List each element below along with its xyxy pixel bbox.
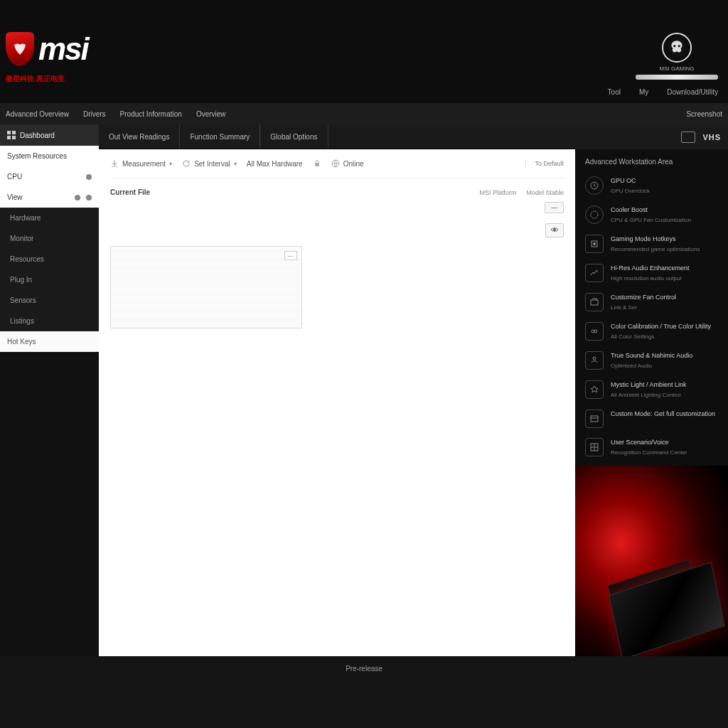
sidebar-item-cpu[interactable]: CPU	[0, 166, 99, 187]
feature-text: Mystic Light / Ambient LinkAll Ambient L…	[611, 380, 687, 400]
svg-rect-6	[315, 163, 319, 166]
svg-point-12	[593, 242, 596, 245]
svg-rect-13	[591, 300, 598, 305]
sidebar-item[interactable]: Plug In	[0, 269, 99, 290]
workspace-toolbar: Measurement▾ Set Interval▾ All Max Hardw…	[110, 156, 564, 178]
tab-summary[interactable]: Function Summary	[180, 124, 260, 149]
sidebar-label: System Resources	[7, 152, 67, 160]
sidebar-item-view[interactable]: View	[0, 187, 99, 208]
badge-label: MSI GAMING	[636, 65, 718, 72]
sidebar-item[interactable]: Resources	[0, 249, 99, 269]
svg-rect-2	[7, 131, 11, 134]
sidebar-item[interactable]: Sensors	[0, 290, 99, 311]
feature-text: True Sound & Nahimic AudioOptimized Audi…	[611, 351, 692, 370]
header-badge: MSI GAMING	[636, 33, 718, 81]
eye-button[interactable]	[545, 223, 564, 237]
chevron-down-icon: ▾	[169, 161, 172, 167]
tool-lock[interactable]	[313, 159, 321, 168]
svg-rect-4	[7, 136, 11, 139]
sidebar-item[interactable]: Listings	[0, 311, 99, 331]
topnav-item[interactable]: Product Information	[120, 110, 182, 118]
section-meta: Model Stable	[526, 189, 564, 196]
sidebar-label: CPU	[7, 173, 22, 181]
right-panel-head: VHS	[575, 124, 728, 149]
tool-measurement[interactable]: Measurement▾	[110, 159, 172, 168]
feature-item[interactable]: Mystic Light / Ambient LinkAll Ambient L…	[575, 375, 728, 405]
brand-name: msi	[38, 33, 88, 65]
feature-item[interactable]: Color Calibration / True Color UtilityAl…	[575, 317, 728, 346]
sidebar-label: Sensors	[10, 296, 36, 304]
tool-default[interactable]: To Default	[525, 160, 564, 167]
lock-icon	[313, 159, 321, 168]
section-title: Current File	[110, 188, 150, 196]
feature-icon	[585, 293, 604, 311]
svg-point-0	[673, 45, 675, 47]
sidebar-label: Dashboard	[20, 132, 55, 139]
sidebar: Dashboard System Resources CPU View Hard…	[0, 124, 99, 656]
status-dot-icon	[75, 195, 80, 200]
svg-rect-16	[591, 416, 598, 422]
sidebar-item-hotkeys[interactable]: Hot Keys	[0, 331, 99, 352]
tool-label: Measurement	[122, 160, 166, 168]
sidebar-item-dashboard[interactable]: Dashboard	[0, 124, 99, 146]
topnav-screenshot[interactable]: Screenshot	[686, 110, 722, 118]
tool-label: Online	[343, 160, 364, 168]
content: Out View Readings Function Summary Globa…	[99, 124, 728, 656]
header-nav-item[interactable]: Download/Utility	[667, 88, 718, 96]
header-nav: Tool My Download/Utility	[608, 88, 718, 96]
panel-icon[interactable]	[681, 132, 695, 143]
feature-text: Customize Fan ControlLink & Set	[611, 293, 676, 312]
tool-interval[interactable]: Set Interval▾	[182, 159, 237, 168]
feature-icon	[585, 322, 604, 341]
tab-readings[interactable]: Out View Readings	[99, 124, 180, 149]
feature-icon	[585, 205, 604, 224]
topnav-item[interactable]: Overview	[196, 110, 226, 118]
sidebar-label: Resources	[10, 255, 44, 263]
control-row: —	[110, 202, 564, 218]
feature-text: GPU OCGPU Overclock	[611, 176, 650, 196]
svg-point-14	[592, 330, 594, 333]
sidebar-item-sysres[interactable]: System Resources	[0, 146, 99, 166]
sidebar-item[interactable]: Monitor	[0, 228, 99, 249]
feature-item[interactable]: GPU OCGPU Overclock	[575, 171, 728, 200]
feature-text: Cooler BoostCPU & GPU Fan Customization	[611, 205, 691, 225]
sidebar-item[interactable]: Hardware	[0, 208, 99, 228]
refresh-icon	[182, 159, 191, 168]
feature-item[interactable]: Customize Fan ControlLink & Set	[575, 288, 728, 317]
header-nav-item[interactable]: Tool	[608, 88, 621, 96]
mask-icon	[662, 33, 692, 63]
right-panel: VHS Advanced Workstation Area GPU OCGPU …	[575, 124, 728, 656]
download-icon	[110, 159, 119, 168]
feature-icon	[585, 264, 604, 282]
feature-item[interactable]: Gaming Mode HotkeysRecommended game opti…	[575, 230, 728, 259]
tool-label: Set Interval	[194, 160, 230, 168]
feature-item[interactable]: Hi-Res Audio EnhancementHigh resolution …	[575, 259, 728, 288]
svg-point-10	[591, 211, 598, 218]
tab-options[interactable]: Global Options	[260, 124, 328, 149]
sidebar-label: Monitor	[10, 235, 33, 242]
features-list: GPU OCGPU OverclockCooler BoostCPU & GPU…	[575, 171, 728, 461]
status-dot-icon	[86, 174, 92, 180]
logo-row: msi	[0, 0, 728, 71]
header-scroll-indicator	[636, 75, 718, 80]
tool-allmax[interactable]: All Max Hardware	[247, 160, 303, 168]
feature-item[interactable]: User Scenario/VoiceRecognition Command C…	[575, 433, 728, 462]
status-dot-icon	[86, 195, 92, 200]
features-title: Advanced Workstation Area	[575, 149, 728, 171]
grid-icon	[7, 131, 16, 139]
svg-point-8	[554, 229, 556, 231]
header-nav-item[interactable]: My	[639, 88, 648, 96]
tool-online[interactable]: Online	[331, 159, 364, 168]
feature-item[interactable]: Cooler BoostCPU & GPU Fan Customization	[575, 200, 728, 230]
top-nav: Advanced Overview Drivers Product Inform…	[0, 103, 728, 124]
section-button[interactable]: —	[545, 202, 564, 213]
svg-point-15	[594, 330, 597, 333]
feature-item[interactable]: Custom Mode: Get full customization	[575, 405, 728, 433]
topnav-item[interactable]: Advanced Overview	[6, 110, 69, 118]
topnav-item[interactable]: Drivers	[83, 110, 106, 118]
sidebar-label: Listings	[10, 317, 34, 325]
feature-item[interactable]: True Sound & Nahimic AudioOptimized Audi…	[575, 346, 728, 375]
panel-label: VHS	[702, 133, 721, 141]
sidebar-label: View	[7, 193, 23, 201]
tool-label: All Max Hardware	[247, 160, 303, 168]
